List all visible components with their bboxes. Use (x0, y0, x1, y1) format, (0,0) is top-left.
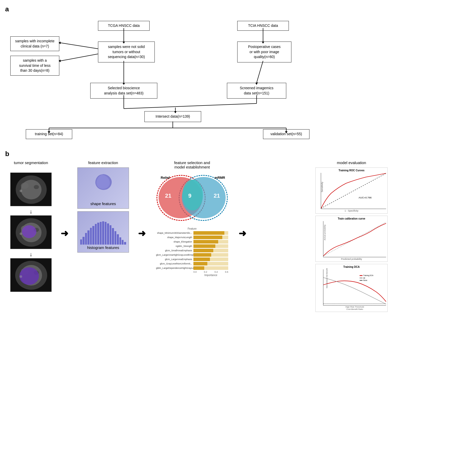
ct-scan-1 (11, 173, 52, 206)
importance-bar-bg (193, 240, 228, 244)
svg-text:None: None (363, 279, 367, 281)
svg-rect-63 (359, 278, 362, 278)
tumor-seg-label: tumor segmentation (14, 160, 48, 165)
importance-bar-bg (193, 244, 228, 248)
importance-bar-bg (193, 257, 228, 261)
calibration-chart: Train calibration curve Actual probabili… (315, 216, 388, 262)
flowchart: TCGA HNSCC data TCIA HNSCC data samples … (5, 16, 453, 140)
not-solid-box: samples were not solid tumors or without… (98, 42, 155, 62)
bioscience-box: Selected bioscience analysis data set(n=… (90, 83, 157, 99)
feat-extract-label: feature extraction (88, 160, 118, 165)
venn-diagram: Relief mRMR 21 9 21 (156, 174, 228, 221)
model-evaluation-section: model evaluation Training ROC Curves Sen… (250, 160, 453, 314)
svg-line-6 (61, 54, 98, 61)
svg-rect-65 (359, 280, 362, 281)
dca-title: Training DCA (317, 265, 386, 268)
ct-arrow-1: ↓ (30, 208, 32, 215)
importance-bar-bg (193, 262, 228, 265)
importance-bar-fill (193, 249, 213, 252)
importance-bar-bg (193, 231, 228, 235)
importance-feature-label: shape_Minimum3DDiameterSlic... (156, 232, 193, 234)
ct-arrow-2: ↓ (30, 251, 32, 258)
arrow-seg-to-extract: ➜ (57, 228, 72, 239)
importance-feature-label: glcm_LargeAreaHighGrayLevelEmpha... (156, 254, 193, 256)
tcia-box: TCIA HNSCC data (237, 21, 289, 31)
importance-bar-bg (193, 249, 228, 252)
importance-row: shape_MajorAxisLength (156, 236, 228, 239)
survival-box: samples with a survival time of less tha… (10, 56, 59, 76)
arrow-select-to-eval: ➜ (235, 228, 250, 239)
tcga-box: TCGA HNSCC data (98, 21, 150, 31)
importance-feature-label: ngtdm_Strength (156, 245, 193, 247)
panel-a-label: a (5, 5, 453, 13)
venn-left-label: Relief (161, 176, 170, 180)
svg-text:AUC=0.766: AUC=0.766 (358, 196, 371, 199)
tumor-seg-images: ↓ ↓ (10, 173, 52, 293)
feature-selection-section: feature selection and model establishmen… (150, 160, 235, 277)
svg-line-10 (257, 61, 263, 83)
importance-rows: shape_Minimum3DDiameterSlic... shape_Maj… (156, 231, 228, 270)
importance-feature-label: shape_MajorAxisLength (156, 236, 193, 239)
importance-row: shape_Minimum3DDiameterSlic... (156, 231, 228, 235)
importance-feature-label: glcm_GrayLevelNonUniformit... (156, 262, 193, 265)
importance-bar-bg (193, 266, 228, 270)
svg-point-27 (34, 185, 39, 189)
dca-chart-area: Training DCA All None 0.0 0.2 0.4 0.6 0.… (323, 269, 386, 305)
ct-image-1 (10, 173, 52, 206)
importance-bar-fill (193, 253, 211, 257)
roc-chart: Training ROC Curves Sensitivity AUC=0.76… (315, 167, 388, 214)
model-eval-label: model evaluation (337, 160, 366, 165)
svg-point-34 (22, 225, 36, 238)
importance-x-label: Importance (156, 274, 228, 277)
importance-row: gldm_LargeDependenceHighGrayLevelEmpha..… (156, 266, 228, 270)
importance-bar-fill (193, 262, 207, 265)
flowchart-arrows (5, 16, 453, 140)
ct-image-2 (10, 215, 52, 249)
importance-bar-fill (193, 266, 204, 270)
svg-point-35 (20, 232, 22, 235)
svg-rect-61 (359, 275, 362, 276)
svg-line-43 (321, 173, 386, 208)
histogram-features-label: histogram features (87, 245, 119, 250)
ct-scan-3 (11, 259, 52, 292)
importance-bar-bg (193, 253, 228, 257)
importance-bar-bg (193, 236, 228, 239)
importance-row: shape_Elongation (156, 240, 228, 244)
svg-point-41 (19, 267, 39, 285)
calibration-x-label: Predicted probability (317, 258, 386, 260)
importance-feature-label: glcm_LargeAreaEmphasis (156, 258, 193, 261)
importance-y-label: Feature (156, 227, 228, 230)
importance-bar-fill (193, 231, 224, 235)
arrow-extract-to-select: ➜ (134, 228, 150, 239)
validation-box: validation set(n=55) (263, 129, 309, 139)
importance-bar-fill (193, 257, 210, 261)
importance-row: ngtdm_Strength (156, 244, 228, 248)
roc-x-label: 1 - Specificity (317, 209, 386, 212)
importance-feature-label: gldm_LargeDependenceHighGrayLevelEmpha..… (156, 267, 193, 269)
importance-bar-fill (193, 236, 222, 239)
roc-title: Training ROC Curves (317, 169, 386, 172)
incomplete-box: samples with incomplete clinical data (n… (10, 36, 59, 51)
calibration-chart-area: 0.0 0.2 0.4 0.6 0.8 1.0 0.0 0.2 0.4 0.6 … (323, 221, 386, 257)
imagemics-box: Screened imagemics data set(n=151) (227, 83, 286, 99)
importance-row: glcm_SmallAreaEmphasis (156, 249, 228, 252)
svg-point-26 (21, 183, 29, 189)
panel-a: a TCGA HNSCC data TCIA HNSCC data sample… (5, 5, 453, 140)
ct-scan-2 (11, 216, 52, 249)
panel-b-content: tumor segmentation ↓ (5, 160, 453, 314)
importance-row: glcm_GrayLevelNonUniformit... (156, 262, 228, 265)
svg-point-42 (20, 275, 22, 278)
shape-icon (93, 172, 113, 192)
postop-box: Postoperative cases or with poor image q… (237, 42, 291, 62)
importance-feature-label: shape_Elongation (156, 240, 193, 243)
importance-x-axis: 0.0 0.2 0.4 0.6 (156, 271, 228, 273)
venn-right-label: mRMR (215, 176, 225, 180)
feature-extraction-section: feature extraction shape features (72, 160, 134, 255)
shape-features-label: shape features (90, 201, 116, 206)
panel-b: b tumor segmentation ↓ (5, 150, 453, 314)
venn-right-num: 21 (214, 192, 220, 199)
importance-bar-fill (193, 244, 215, 248)
panel-b-label: b (5, 150, 453, 158)
dca-x-label: High Risk Threshold Cost-Benefit Ratio (317, 306, 386, 310)
histogram-bars (80, 219, 126, 245)
